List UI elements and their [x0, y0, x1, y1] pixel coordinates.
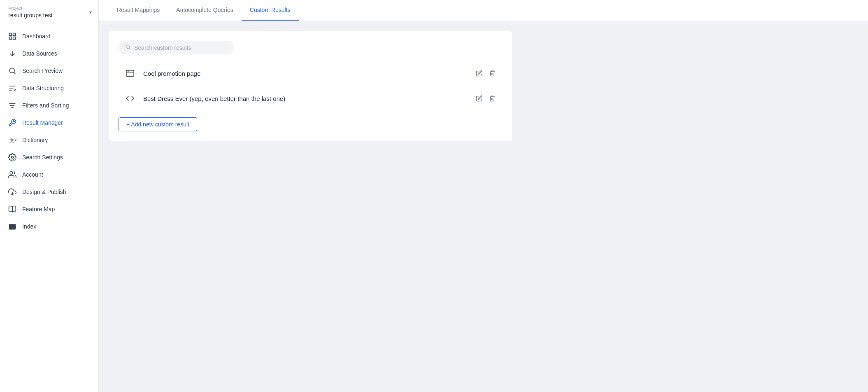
content-area: Cool promotion page Best Dress Ever (yep… — [99, 21, 868, 392]
sidebar-item-data-structuring[interactable]: Data Structuring — [0, 79, 98, 97]
sidebar-label-design-publish: Design & Publish — [22, 189, 66, 195]
sidebar-item-search-preview[interactable]: Search Preview — [0, 62, 98, 79]
sidebar-nav: Dashboard Data Sources Search Preview Da… — [0, 24, 98, 392]
project-label: Project — [8, 6, 52, 11]
browser-icon — [123, 67, 137, 80]
tab-result-mappings[interactable]: Result Mappings — [109, 0, 168, 21]
sidebar-item-search-settings[interactable]: Search Settings — [0, 149, 98, 166]
sidebar-label-result-manager: Result Manager — [22, 119, 63, 126]
result-actions-1 — [474, 68, 497, 78]
content-card: Cool promotion page Best Dress Ever (yep… — [109, 31, 512, 141]
svg-line-6 — [14, 72, 16, 74]
sidebar-label-search-settings: Search Settings — [22, 154, 63, 161]
sidebar-label-data-sources: Data Sources — [22, 50, 57, 57]
sidebar: Project result groups test ▾ Dashboard D… — [0, 0, 99, 392]
feature-map-icon — [8, 205, 16, 213]
sidebar-item-index[interactable]: Index — [0, 218, 98, 235]
list-item: Cool promotion page — [119, 61, 502, 86]
tab-autocomplete-queries[interactable]: Autocomplete Queries — [168, 0, 242, 21]
sidebar-label-dictionary: Dictionary — [22, 137, 48, 143]
sidebar-item-dictionary[interactable]: 文A Dictionary — [0, 131, 98, 149]
dictionary-icon: 文A — [8, 136, 16, 144]
svg-rect-20 — [126, 70, 134, 77]
sidebar-label-filters-sorting: Filters and Sorting — [22, 102, 69, 109]
search-preview-icon — [8, 67, 16, 75]
edit-button-1[interactable] — [474, 68, 484, 78]
sidebar-item-feature-map[interactable]: Feature Map — [0, 201, 98, 218]
main-content: Result Mappings Autocomplete Queries Cus… — [99, 0, 868, 392]
design-publish-icon — [8, 188, 16, 196]
svg-rect-17 — [9, 224, 16, 229]
svg-point-18 — [126, 45, 129, 48]
delete-button-1[interactable] — [487, 68, 497, 78]
sidebar-item-dashboard[interactable]: Dashboard — [0, 28, 98, 45]
search-bar[interactable] — [119, 41, 234, 54]
result-actions-2 — [474, 93, 497, 103]
sidebar-item-result-manager[interactable]: Result Manager — [0, 114, 98, 131]
sidebar-label-feature-map: Feature Map — [22, 206, 55, 212]
search-settings-icon — [8, 153, 16, 161]
result-manager-icon — [8, 119, 16, 127]
svg-rect-3 — [9, 37, 12, 40]
code-icon — [123, 92, 137, 105]
sidebar-item-data-sources[interactable]: Data Sources — [0, 45, 98, 62]
dashboard-icon — [8, 32, 16, 40]
svg-rect-0 — [9, 33, 12, 36]
svg-point-15 — [10, 172, 13, 175]
sidebar-label-data-structuring: Data Structuring — [22, 85, 64, 91]
tab-custom-results[interactable]: Custom Results — [242, 0, 299, 21]
svg-rect-1 — [13, 33, 16, 36]
edit-button-2[interactable] — [474, 93, 484, 103]
project-name: result groups test — [8, 12, 52, 19]
tabs-bar: Result Mappings Autocomplete Queries Cus… — [99, 0, 868, 21]
index-icon — [8, 222, 16, 231]
search-input[interactable] — [134, 44, 227, 51]
svg-rect-2 — [13, 37, 16, 40]
sidebar-label-account: Account — [22, 171, 43, 178]
search-icon — [125, 44, 131, 51]
result-label-1: Cool promotion page — [143, 70, 468, 77]
sidebar-label-dashboard: Dashboard — [22, 33, 51, 40]
chevron-down-icon[interactable]: ▾ — [89, 9, 92, 15]
sidebar-label-index: Index — [22, 223, 36, 230]
result-label-2: Best Dress Ever (yep, even better than t… — [143, 95, 468, 102]
account-icon — [8, 170, 16, 179]
data-sources-icon — [8, 49, 16, 58]
list-item: Best Dress Ever (yep, even better than t… — [119, 86, 502, 111]
svg-point-5 — [9, 68, 14, 73]
svg-point-14 — [12, 156, 14, 159]
sidebar-label-search-preview: Search Preview — [22, 68, 63, 74]
sidebar-item-filters-sorting[interactable]: Filters and Sorting — [0, 97, 98, 114]
add-custom-result-button[interactable]: + Add new custom result — [119, 117, 197, 131]
data-structuring-icon — [8, 84, 16, 92]
filters-icon — [8, 101, 16, 110]
sidebar-item-design-publish[interactable]: Design & Publish — [0, 183, 98, 201]
svg-line-19 — [129, 48, 130, 49]
svg-text:文A: 文A — [9, 138, 16, 143]
project-header[interactable]: Project result groups test ▾ — [0, 0, 98, 24]
delete-button-2[interactable] — [487, 93, 497, 103]
sidebar-item-account[interactable]: Account — [0, 166, 98, 183]
